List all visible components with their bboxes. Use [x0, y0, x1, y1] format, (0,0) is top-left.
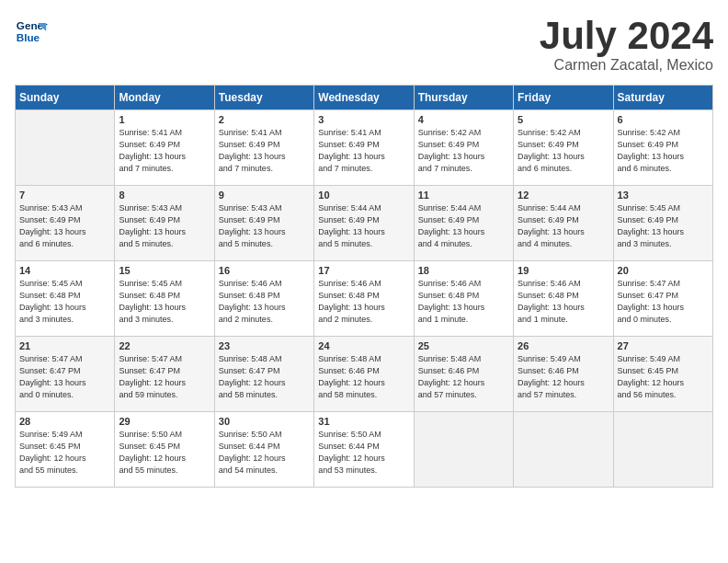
table-row [16, 110, 115, 186]
day-info: Sunrise: 5:47 AM Sunset: 6:47 PM Dayligh… [119, 353, 210, 401]
table-row: 28Sunrise: 5:49 AM Sunset: 6:45 PM Dayli… [16, 412, 115, 488]
day-number: 19 [518, 265, 609, 276]
calendar-week-row: 14Sunrise: 5:45 AM Sunset: 6:48 PM Dayli… [16, 261, 713, 337]
header-sunday: Sunday [16, 86, 115, 110]
table-row: 16Sunrise: 5:46 AM Sunset: 6:48 PM Dayli… [214, 261, 313, 337]
table-row: 25Sunrise: 5:48 AM Sunset: 6:46 PM Dayli… [414, 337, 513, 412]
table-row: 19Sunrise: 5:46 AM Sunset: 6:48 PM Dayli… [514, 261, 613, 337]
table-row: 17Sunrise: 5:46 AM Sunset: 6:48 PM Dayli… [314, 261, 414, 337]
header-thursday: Thursday [414, 86, 513, 110]
table-row: 4Sunrise: 5:42 AM Sunset: 6:49 PM Daylig… [414, 110, 513, 186]
table-row: 12Sunrise: 5:44 AM Sunset: 6:49 PM Dayli… [514, 186, 613, 261]
header-saturday: Saturday [613, 86, 712, 110]
day-number: 8 [119, 190, 210, 201]
table-row: 31Sunrise: 5:50 AM Sunset: 6:44 PM Dayli… [314, 412, 414, 488]
table-row: 30Sunrise: 5:50 AM Sunset: 6:44 PM Dayli… [214, 412, 313, 488]
day-info: Sunrise: 5:48 AM Sunset: 6:46 PM Dayligh… [418, 353, 509, 401]
day-info: Sunrise: 5:41 AM Sunset: 6:49 PM Dayligh… [219, 127, 310, 175]
table-row: 27Sunrise: 5:49 AM Sunset: 6:45 PM Dayli… [613, 337, 712, 412]
day-info: Sunrise: 5:45 AM Sunset: 6:48 PM Dayligh… [19, 278, 110, 326]
calendar-week-row: 21Sunrise: 5:47 AM Sunset: 6:47 PM Dayli… [16, 337, 713, 412]
table-row: 24Sunrise: 5:48 AM Sunset: 6:46 PM Dayli… [314, 337, 414, 412]
header-monday: Monday [115, 86, 214, 110]
table-row: 6Sunrise: 5:42 AM Sunset: 6:49 PM Daylig… [613, 110, 712, 186]
day-number: 6 [618, 114, 709, 125]
day-number: 30 [219, 416, 310, 427]
day-info: Sunrise: 5:48 AM Sunset: 6:46 PM Dayligh… [318, 353, 409, 401]
table-row: 9Sunrise: 5:43 AM Sunset: 6:49 PM Daylig… [214, 186, 313, 261]
day-info: Sunrise: 5:47 AM Sunset: 6:47 PM Dayligh… [618, 278, 709, 326]
table-row: 21Sunrise: 5:47 AM Sunset: 6:47 PM Dayli… [16, 337, 115, 412]
day-number: 24 [318, 340, 409, 351]
day-info: Sunrise: 5:42 AM Sunset: 6:49 PM Dayligh… [418, 127, 509, 175]
day-info: Sunrise: 5:42 AM Sunset: 6:49 PM Dayligh… [518, 127, 609, 175]
day-number: 11 [418, 190, 509, 201]
calendar-title: July 2024 [540, 15, 713, 57]
day-number: 4 [418, 114, 509, 125]
table-row: 14Sunrise: 5:45 AM Sunset: 6:48 PM Dayli… [16, 261, 115, 337]
day-number: 28 [19, 416, 110, 427]
table-row: 18Sunrise: 5:46 AM Sunset: 6:48 PM Dayli… [414, 261, 513, 337]
day-number: 23 [219, 340, 310, 351]
days-header-row: Sunday Monday Tuesday Wednesday Thursday… [16, 86, 713, 110]
table-row: 23Sunrise: 5:48 AM Sunset: 6:47 PM Dayli… [214, 337, 313, 412]
day-number: 13 [618, 190, 709, 201]
day-number: 27 [618, 340, 709, 351]
day-info: Sunrise: 5:44 AM Sunset: 6:49 PM Dayligh… [518, 202, 609, 250]
header: General Blue July 2024 Carmen Zacatal, M… [15, 15, 713, 74]
day-info: Sunrise: 5:46 AM Sunset: 6:48 PM Dayligh… [318, 278, 409, 326]
day-info: Sunrise: 5:43 AM Sunset: 6:49 PM Dayligh… [119, 202, 210, 250]
day-number: 29 [119, 416, 210, 427]
day-number: 26 [518, 340, 609, 351]
day-info: Sunrise: 5:48 AM Sunset: 6:47 PM Dayligh… [219, 353, 310, 401]
table-row: 20Sunrise: 5:47 AM Sunset: 6:47 PM Dayli… [613, 261, 712, 337]
day-number: 15 [119, 265, 210, 276]
day-info: Sunrise: 5:41 AM Sunset: 6:49 PM Dayligh… [119, 127, 210, 175]
table-row: 5Sunrise: 5:42 AM Sunset: 6:49 PM Daylig… [514, 110, 613, 186]
logo-icon: General Blue [15, 15, 48, 48]
day-number: 14 [19, 265, 110, 276]
day-info: Sunrise: 5:49 AM Sunset: 6:45 PM Dayligh… [19, 429, 110, 477]
logo: General Blue [15, 15, 48, 48]
header-tuesday: Tuesday [214, 86, 313, 110]
table-row: 1Sunrise: 5:41 AM Sunset: 6:49 PM Daylig… [115, 110, 214, 186]
day-info: Sunrise: 5:47 AM Sunset: 6:47 PM Dayligh… [19, 353, 110, 401]
day-info: Sunrise: 5:43 AM Sunset: 6:49 PM Dayligh… [219, 202, 310, 250]
table-row: 2Sunrise: 5:41 AM Sunset: 6:49 PM Daylig… [214, 110, 313, 186]
day-info: Sunrise: 5:49 AM Sunset: 6:45 PM Dayligh… [618, 353, 709, 401]
table-row: 8Sunrise: 5:43 AM Sunset: 6:49 PM Daylig… [115, 186, 214, 261]
table-row [514, 412, 613, 488]
table-row: 10Sunrise: 5:44 AM Sunset: 6:49 PM Dayli… [314, 186, 414, 261]
day-number: 3 [318, 114, 409, 125]
day-number: 21 [19, 340, 110, 351]
day-number: 25 [418, 340, 509, 351]
table-row: 15Sunrise: 5:45 AM Sunset: 6:48 PM Dayli… [115, 261, 214, 337]
svg-text:Blue: Blue [17, 31, 40, 43]
table-row: 22Sunrise: 5:47 AM Sunset: 6:47 PM Dayli… [115, 337, 214, 412]
day-info: Sunrise: 5:50 AM Sunset: 6:44 PM Dayligh… [219, 429, 310, 477]
table-row [613, 412, 712, 488]
day-info: Sunrise: 5:41 AM Sunset: 6:49 PM Dayligh… [318, 127, 409, 175]
day-number: 22 [119, 340, 210, 351]
table-row: 29Sunrise: 5:50 AM Sunset: 6:45 PM Dayli… [115, 412, 214, 488]
day-number: 2 [219, 114, 310, 125]
table-row: 13Sunrise: 5:45 AM Sunset: 6:49 PM Dayli… [613, 186, 712, 261]
day-number: 5 [518, 114, 609, 125]
table-row: 7Sunrise: 5:43 AM Sunset: 6:49 PM Daylig… [16, 186, 115, 261]
day-info: Sunrise: 5:44 AM Sunset: 6:49 PM Dayligh… [318, 202, 409, 250]
day-number: 7 [19, 190, 110, 201]
day-info: Sunrise: 5:44 AM Sunset: 6:49 PM Dayligh… [418, 202, 509, 250]
table-row: 3Sunrise: 5:41 AM Sunset: 6:49 PM Daylig… [314, 110, 414, 186]
header-wednesday: Wednesday [314, 86, 414, 110]
calendar-week-row: 28Sunrise: 5:49 AM Sunset: 6:45 PM Dayli… [16, 412, 713, 488]
day-number: 9 [219, 190, 310, 201]
day-info: Sunrise: 5:46 AM Sunset: 6:48 PM Dayligh… [518, 278, 609, 326]
day-number: 1 [119, 114, 210, 125]
calendar-week-row: 7Sunrise: 5:43 AM Sunset: 6:49 PM Daylig… [16, 186, 713, 261]
day-number: 10 [318, 190, 409, 201]
day-info: Sunrise: 5:46 AM Sunset: 6:48 PM Dayligh… [219, 278, 310, 326]
day-info: Sunrise: 5:50 AM Sunset: 6:44 PM Dayligh… [318, 429, 409, 477]
day-number: 17 [318, 265, 409, 276]
day-number: 31 [318, 416, 409, 427]
day-info: Sunrise: 5:46 AM Sunset: 6:48 PM Dayligh… [418, 278, 509, 326]
